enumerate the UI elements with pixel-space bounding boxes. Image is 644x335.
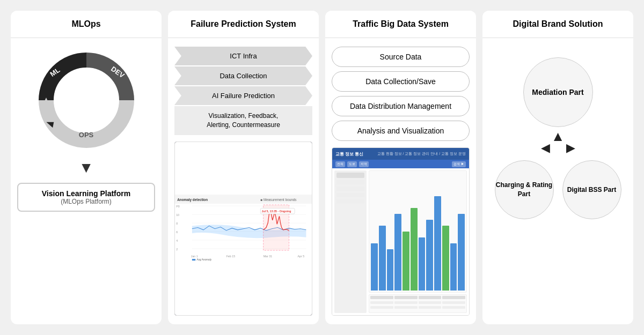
mediation-part-circle: Mediation Part [523,57,593,127]
source-data-box: Source Data [332,47,470,67]
svg-text:Apr 5: Apr 5 [297,254,304,257]
bar-12 [458,214,465,291]
bottom-circles-row: Charging & Rating Part Digital BSS Part [495,160,621,219]
failure-prediction-header: Failure Prediction System [168,11,319,38]
diag-arrow-right: ▶ [566,141,575,155]
brand-circles-container: Mediation Part ▲ ◀ ▶ Charging & Rating P… [489,57,627,219]
platform-main-text: Vision Learning Platform [27,189,145,198]
chevron-stack: ICT Infra Data Collection AI Failure Pre… [174,47,312,135]
traffic-sub-btn-search[interactable]: 검색 ▶ [452,161,466,167]
traffic-sub-btn-2[interactable]: 도로 [347,161,357,167]
traffic-bigdata-body: Source Data Data Collection/Save Data Di… [325,38,476,324]
bar-5 [402,232,409,291]
traffic-bigdata-header: Traffic Big Data System [325,11,476,38]
bar-2 [379,226,386,291]
svg-text:Mar 31: Mar 31 [264,254,273,257]
svg-text:10: 10 [176,213,179,217]
anomaly-chart-svg: Anomaly detection ■ Measurement bounds P… [175,142,312,315]
bar-9 [434,196,441,291]
bar-4 [394,214,401,291]
mediation-part-label: Mediation Part [532,87,583,97]
diag-arrow-left: ◀ [541,141,550,155]
anomaly-chart: Anomaly detection ■ Measurement bounds P… [174,142,312,316]
traffic-screenshot: 교통 정보 통신 교통 현황 정보 / 교통 정보 관리 안내 / 교통 정보 … [332,147,470,316]
svg-text:Anomaly detection: Anomaly detection [177,197,208,202]
bar-3 [387,249,394,291]
charging-rating-label: Charging & Rating Part [495,181,553,199]
traffic-bottom-table [369,294,467,313]
analysis-visualization-box: Analysis and Visualization [332,121,470,141]
traffic-bar-chart [369,170,467,293]
bar-11 [450,243,457,291]
traffic-header-text: 교통 정보 통신 [335,151,363,157]
bar-7 [419,237,426,291]
traffic-sidebar [334,170,367,313]
traffic-sub-btn-1[interactable]: 전체 [335,161,345,167]
platform-sub-text: (MLOps Platform) [27,198,145,205]
mlops-card: MLOps ML DEV OPS [11,11,162,324]
svg-text:4: 4 [176,239,178,242]
traffic-body [332,168,469,315]
failure-prediction-card: Failure Prediction System ICT Infra Data… [168,11,319,324]
svg-rect-25 [192,259,195,260]
svg-text:2: 2 [176,248,178,251]
down-arrow-icon: ▼ [79,159,94,176]
bar-6 [411,208,418,291]
svg-text:6: 6 [176,230,178,234]
digital-bss-label: Digital BSS Part [567,185,616,195]
svg-text:Jan 1: Jan 1 [191,254,198,257]
arrows-row: ▲ ◀ ▶ [541,129,575,155]
platform-box: Vision Learning Platform (MLOps Platform… [17,183,155,212]
bar-10 [442,226,449,291]
data-collection-box: Data Collection/Save [332,71,470,92]
chevron-data-collection: Data Collection [174,66,312,85]
svg-text:Avg Anomaly: Avg Anomaly [196,258,211,261]
failure-prediction-body: ICT Infra Data Collection AI Failure Pre… [168,38,319,324]
mlops-body: ML DEV OPS ▼ Vision Learning Platform (M… [11,38,162,324]
traffic-main-content [369,170,467,313]
chevron-ict-infra: ICT Infra [174,47,312,65]
bar-8 [426,220,433,291]
traffic-header-right: 교통 현황 정보 / 교통 정보 관리 안내 / 교통 정보 운영 [377,151,466,157]
svg-text:8: 8 [176,222,178,225]
ops-label: OPS [79,131,93,139]
svg-text:Jul 5, 13:35 - Ongoing: Jul 5, 13:35 - Ongoing [262,209,291,212]
traffic-header-bar: 교통 정보 통신 교통 현황 정보 / 교통 정보 관리 안내 / 교통 정보 … [332,148,469,160]
traffic-bigdata-card: Traffic Big Data System Source Data Data… [325,11,476,324]
mlops-cycle-diagram: ML DEV OPS [38,52,135,148]
traffic-mock: 교통 정보 통신 교통 현황 정보 / 교통 정보 관리 안내 / 교통 정보 … [332,148,469,315]
svg-text:■ Measurement bounds: ■ Measurement bounds [260,197,296,201]
digital-brand-header: Digital Brand Solution [482,11,633,38]
chevron-ai-failure: AI Failure Prediction [174,86,312,105]
main-container: MLOps ML DEV OPS [0,0,644,335]
svg-text:P0: P0 [176,205,180,208]
charging-rating-circle: Charging & Rating Part [495,160,554,219]
mlops-header: MLOps [11,11,162,38]
digital-bss-circle: Digital BSS Part [562,160,621,219]
data-distribution-box: Data Distribution Management [332,96,470,116]
digital-brand-body: Mediation Part ▲ ◀ ▶ Charging & Rating P… [482,38,633,324]
bar-1 [371,243,378,291]
traffic-sub-btn-3[interactable]: 지역 [359,161,369,167]
chevron-visualization: Visualization, Feedback,Alerting, Counte… [174,106,312,135]
data-box-stack: Source Data Data Collection/Save Data Di… [332,47,470,141]
traffic-subheader: 전체 도로 지역 검색 ▶ [332,160,469,168]
down-arrows-row: ◀ ▶ [541,141,575,155]
svg-text:Feb 15: Feb 15 [226,254,236,257]
digital-brand-card: Digital Brand Solution Mediation Part ▲ … [482,11,633,324]
